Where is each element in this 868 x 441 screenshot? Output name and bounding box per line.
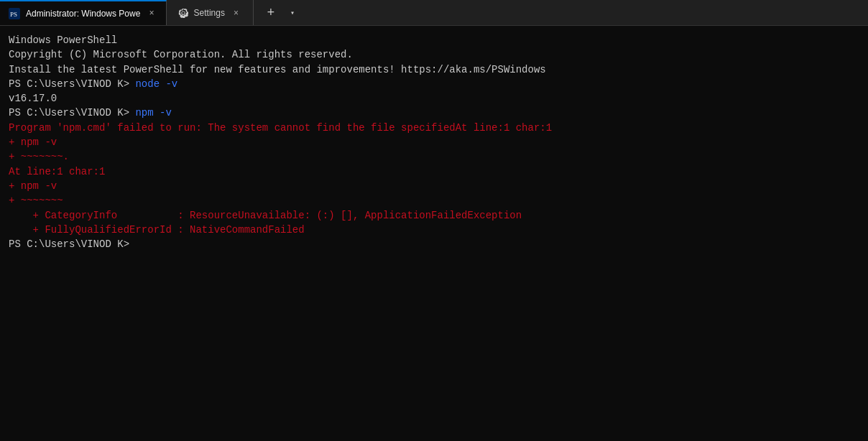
tab-settings-close[interactable]: × bbox=[231, 6, 241, 19]
new-tab-actions: + ▾ bbox=[259, 0, 301, 25]
tabs-dropdown-button[interactable]: ▾ bbox=[284, 1, 301, 24]
terminal-line: + FullyQualifiedErrorId : NativeCommandF… bbox=[9, 223, 859, 237]
tabs-container: PS Administrator: Windows Powe × Setting… bbox=[0, 0, 301, 25]
terminal-line: At line:1 char:1 bbox=[9, 164, 859, 179]
terminal-line: PS C:\Users\VINOD K> node -v bbox=[9, 77, 859, 91]
tab-settings-title: Settings bbox=[194, 8, 225, 18]
terminal-line: + ~~~~~~~. bbox=[9, 149, 859, 164]
tab-settings[interactable]: Settings × bbox=[167, 0, 254, 25]
terminal-line: PS C:\Users\VINOD K> bbox=[9, 237, 859, 251]
terminal-line: Install the latest PowerShell for new fe… bbox=[9, 62, 859, 77]
terminal-line: PS C:\Users\VINOD K> npm -v bbox=[9, 106, 859, 120]
terminal-line: Copyright (C) Microsoft Corporation. All… bbox=[9, 47, 859, 62]
terminal-line: + ~~~~~~~ bbox=[9, 193, 859, 208]
powershell-icon: PS bbox=[9, 8, 20, 19]
new-tab-button[interactable]: + bbox=[259, 1, 282, 24]
svg-text:PS: PS bbox=[10, 11, 17, 18]
tab-powershell-close[interactable]: × bbox=[146, 7, 157, 20]
settings-gear-icon bbox=[178, 8, 188, 18]
terminal-line: + npm -v bbox=[9, 179, 859, 193]
terminal-line: Windows PowerShell bbox=[9, 33, 859, 47]
terminal-line: Program 'npm.cmd' failed to run: The sys… bbox=[9, 121, 859, 135]
titlebar: PS Administrator: Windows Powe × Setting… bbox=[0, 0, 868, 26]
terminal-area[interactable]: Windows PowerShellCopyright (C) Microsof… bbox=[0, 26, 868, 441]
terminal-line: + CategoryInfo : ResourceUnavailable: (:… bbox=[9, 208, 859, 223]
tab-powershell-title: Administrator: Windows Powe bbox=[26, 9, 140, 19]
tab-powershell[interactable]: PS Administrator: Windows Powe × bbox=[0, 0, 167, 25]
terminal-line: v16.17.0 bbox=[9, 91, 859, 106]
terminal-line: + npm -v bbox=[9, 135, 859, 149]
